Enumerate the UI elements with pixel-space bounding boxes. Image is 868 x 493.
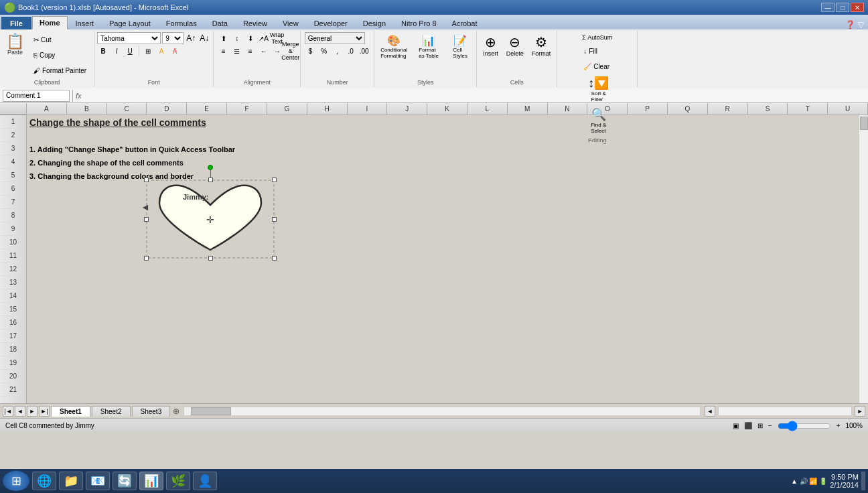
tab-formulas[interactable]: Formulas [159,17,204,29]
tab-design[interactable]: Design [356,17,393,29]
row-16[interactable]: 16 [0,316,26,330]
row-6[interactable]: 6 [0,182,26,196]
row-10[interactable]: 10 [0,236,26,249]
tab-nitro[interactable]: Nitro Pro 8 [394,17,444,29]
cell-a20[interactable] [27,370,68,384]
col-header-u[interactable]: U [828,103,868,115]
cell-a4[interactable]: 2. Changing the shape of the cell commen… [27,156,868,169]
font-size-select[interactable]: 9 [162,32,184,44]
percent-button[interactable]: % [318,45,330,57]
font-color-button[interactable]: A [169,45,181,57]
cell-a3[interactable]: 1. Adding "Change Shape" button in Quick… [27,143,868,156]
cell-a10[interactable] [27,236,68,250]
row-14[interactable]: 14 [0,289,26,303]
handle-bot-left[interactable] [144,256,149,261]
delete-button[interactable]: ⊖ Delete [503,32,527,59]
taskbar-excel[interactable]: 📊 [139,472,163,490]
zoom-level[interactable]: 100% [845,422,863,429]
col-header-b[interactable]: B [67,103,107,115]
row-3[interactable]: 3 [0,142,26,155]
align-middle-button[interactable]: ↕ [231,32,243,44]
cell-a13[interactable] [27,277,68,290]
align-right-button[interactable]: ≡ [244,45,257,57]
row-1[interactable]: 1 [0,115,26,129]
h-scroll-right[interactable]: ► [855,406,865,417]
handle-bot-mid[interactable] [208,256,213,261]
col-header-o[interactable]: O [587,103,628,115]
comment-shape[interactable]: Jimmy: ✛ ◄ [146,180,275,259]
handle-mid-left[interactable] [144,217,149,222]
scrollbar-thumb[interactable] [860,117,868,130]
cell-a18[interactable] [27,344,68,357]
text-angle-button[interactable]: ↗A [258,32,270,44]
row-4[interactable]: 4 [0,155,26,169]
minimize-ribbon-icon[interactable]: ▽ [858,20,864,29]
row-8[interactable]: 8 [0,209,26,222]
sheet-nav-prev[interactable]: ◄ [15,406,25,417]
tab-review[interactable]: Review [236,17,275,29]
cell-a21[interactable] [27,384,68,397]
sheet-add-icon[interactable]: ⊕ [173,407,179,416]
merge-center-button[interactable]: Merge & Center [285,45,297,57]
cell-a6[interactable] [27,183,68,196]
taskbar-clock[interactable]: 9:50 PM 2/1/2014 [830,473,859,489]
row-21[interactable]: 21 [0,383,26,397]
col-header-a[interactable]: A [27,103,67,115]
tab-developer[interactable]: Developer [307,17,355,29]
col-header-t[interactable]: T [788,103,828,115]
tab-data[interactable]: Data [205,17,235,29]
row-17[interactable]: 17 [0,330,26,343]
bold-button[interactable]: B [97,45,109,57]
font-shrink-button[interactable]: A↓ [198,32,210,44]
cell-a15[interactable] [27,303,68,317]
col-header-m[interactable]: M [508,103,548,115]
col-header-q[interactable]: Q [668,103,708,115]
font-grow-button[interactable]: A↑ [185,32,197,44]
cell-a16[interactable] [27,317,68,330]
rotate-handle[interactable] [208,165,213,170]
cut-button[interactable]: ✂Cut [29,32,91,47]
sheet-tab-1[interactable]: Sheet1 [51,406,90,417]
help-icon[interactable]: ❓ [845,20,855,29]
col-header-j[interactable]: J [387,103,427,115]
row-19[interactable]: 19 [0,356,26,370]
col-header-p[interactable]: P [628,103,668,115]
window-controls[interactable]: — □ ✕ [821,3,864,12]
copy-button[interactable]: ⎘Copy [29,48,91,62]
col-header-c[interactable]: C [107,103,147,115]
row-2[interactable]: 2 [0,129,26,142]
name-box[interactable] [3,90,70,102]
zoom-slider[interactable] [778,421,831,431]
fill-button[interactable]: ↓Fill [579,44,602,58]
handle-bot-right[interactable] [272,256,277,261]
autosum-button[interactable]: Σ AutoSum [579,32,616,43]
sheet-tab-2[interactable]: Sheet2 [92,406,131,417]
taskbar-ie[interactable]: 🌐 [32,472,56,490]
currency-button[interactable]: $ [305,45,317,57]
taskbar-explorer[interactable]: 📁 [59,472,83,490]
decrease-decimal-button[interactable]: .00 [358,45,370,57]
tab-file[interactable]: File [1,17,31,29]
h-scrollbar-2[interactable] [718,407,852,416]
cell-a19[interactable] [27,357,68,370]
row-13[interactable]: 13 [0,276,26,289]
col-header-h[interactable]: H [307,103,348,115]
page-layout-icon[interactable]: ⬛ [744,422,752,429]
minimize-button[interactable]: — [821,3,835,12]
align-left-button[interactable]: ≡ [218,45,230,57]
handle-top-left[interactable] [144,178,149,182]
format-as-table-button[interactable]: 📊 Formatas Table [412,32,445,61]
cell-a7[interactable] [27,196,68,210]
h-scroll-left[interactable]: ◄ [705,406,715,417]
row-9[interactable]: 9 [0,222,26,236]
insert-button[interactable]: ⊕ Insert [480,32,502,59]
cell-a2[interactable] [27,129,68,143]
move-cursor-icon[interactable]: ✛ [206,214,214,225]
taskbar-app3[interactable]: 👤 [193,472,217,490]
cell-a11[interactable] [27,250,68,263]
row-12[interactable]: 12 [0,263,26,276]
clear-button[interactable]: 🧹Clear [579,59,614,74]
col-header-s[interactable]: S [748,103,788,115]
paste-button[interactable]: 📋 Paste [3,32,27,58]
cell-a9[interactable] [27,223,68,236]
